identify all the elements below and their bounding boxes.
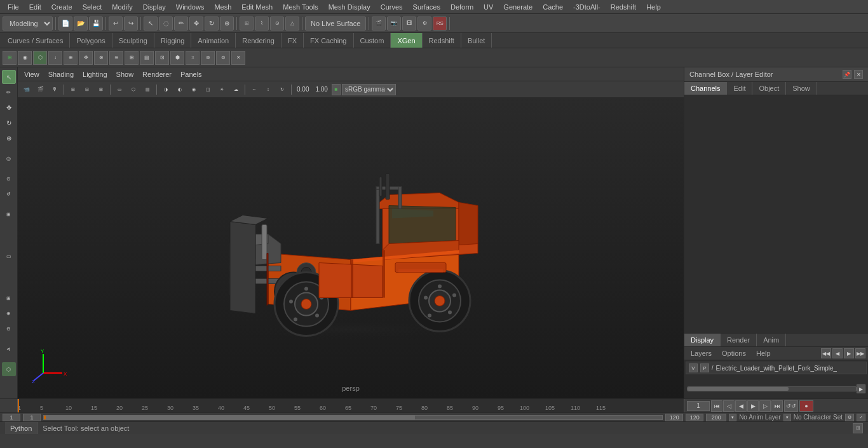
- play-btn[interactable]: ▶: [747, 400, 759, 412]
- menu-create[interactable]: Create: [46, 2, 78, 12]
- vp-camera-btn[interactable]: 📹: [20, 83, 33, 96]
- layer-visibility[interactable]: V: [689, 363, 698, 372]
- channels-tab[interactable]: Channels: [684, 82, 727, 95]
- xgen-icon-16[interactable]: ✕: [231, 51, 245, 65]
- render-layer-tab[interactable]: Render: [721, 334, 757, 346]
- xgen-icon-2[interactable]: ◉: [18, 51, 32, 65]
- char-set-arrow[interactable]: ▾: [783, 414, 791, 421]
- xgen-icon-1[interactable]: ⊞: [3, 51, 17, 65]
- show-tab[interactable]: Show: [786, 82, 817, 95]
- open-file-btn[interactable]: 📂: [74, 17, 88, 31]
- select-tool-left[interactable]: ↖: [2, 70, 16, 84]
- menu-generate[interactable]: Generate: [498, 2, 538, 12]
- char-set-btn-2[interactable]: ✓: [857, 414, 865, 421]
- redshift-btn[interactable]: RS: [433, 17, 447, 31]
- move-tool-left[interactable]: ✥: [2, 100, 16, 114]
- anim-end-input[interactable]: 120: [686, 414, 703, 421]
- render-settings-btn[interactable]: ⚙: [417, 17, 431, 31]
- snap-point-btn[interactable]: ⊙: [270, 17, 284, 31]
- menu-mesh-tools[interactable]: Mesh Tools: [278, 2, 323, 12]
- vp-mic-btn[interactable]: 🎙: [48, 83, 61, 96]
- menu-modify[interactable]: Modify: [107, 2, 137, 12]
- current-frame-input[interactable]: [687, 401, 710, 411]
- vp-menu-show[interactable]: Show: [112, 69, 138, 79]
- xgen-icon-6[interactable]: ✥: [79, 51, 93, 65]
- menu-surfaces[interactable]: Surfaces: [408, 2, 445, 12]
- vp-menu-view[interactable]: View: [20, 69, 43, 79]
- xgen-icon-8[interactable]: ≋: [109, 51, 123, 65]
- xgen-icon-9[interactable]: ⊞: [125, 51, 139, 65]
- menu-edit[interactable]: Edit: [24, 2, 46, 12]
- timeline-ruler[interactable]: 1 5 10 15 20 25 30 35 40 45 50 55 60 65 …: [18, 399, 684, 412]
- layer-playback[interactable]: P: [700, 363, 709, 372]
- plus-left[interactable]: ⊕: [2, 306, 16, 320]
- menu-deform[interactable]: Deform: [445, 2, 478, 12]
- vp-shading2[interactable]: ◐: [173, 83, 186, 96]
- menu-help[interactable]: Help: [641, 2, 666, 12]
- vp-menu-renderer[interactable]: Renderer: [139, 69, 175, 79]
- mode-tab-custom[interactable]: Custom: [354, 33, 391, 48]
- menu-uv[interactable]: UV: [478, 2, 498, 12]
- range-end-input[interactable]: 120: [665, 414, 683, 421]
- vp-shading4[interactable]: ◫: [201, 83, 214, 96]
- layer-nav-1[interactable]: ◀◀: [821, 348, 831, 358]
- xgen-icon-4[interactable]: ↓: [48, 51, 62, 65]
- menu-cache[interactable]: Cache: [538, 2, 568, 12]
- object-tab[interactable]: Object: [752, 82, 786, 95]
- select-tool-btn[interactable]: ↖: [144, 17, 158, 31]
- mode-tab-xgen[interactable]: XGen: [391, 33, 422, 48]
- vp-res3[interactable]: ↻: [276, 83, 288, 96]
- menu-3dto[interactable]: -3DtoAll-: [568, 2, 606, 12]
- mode-tab-rigging[interactable]: Rigging: [154, 33, 191, 48]
- menu-mesh[interactable]: Mesh: [209, 2, 236, 12]
- status-expand-btn[interactable]: ⊞: [853, 423, 863, 433]
- vp-lighting1[interactable]: ☀: [215, 83, 228, 96]
- xgen-bottom-left[interactable]: ⬡: [2, 362, 16, 376]
- loop-btn[interactable]: ↺↺: [784, 400, 798, 412]
- vp-shadow1[interactable]: ☁: [229, 83, 242, 96]
- show-manip-left[interactable]: ⊙: [2, 172, 16, 186]
- snap-surface-btn[interactable]: △: [285, 17, 299, 31]
- skip-to-start-btn[interactable]: ⏮: [711, 400, 722, 412]
- xgen-icon-12[interactable]: ⬢: [170, 51, 184, 65]
- render-current-btn[interactable]: 🎬: [372, 17, 386, 31]
- xgen-icon-10[interactable]: ▤: [140, 51, 154, 65]
- xgen-icon-15[interactable]: ⊜: [216, 51, 230, 65]
- menu-curves[interactable]: Curves: [376, 2, 408, 12]
- mode-tab-bullet[interactable]: Bullet: [461, 33, 492, 48]
- layer-row-1[interactable]: V P / Electric_Loader_with_Pallet_Fork_S…: [686, 362, 867, 374]
- mode-tab-fx[interactable]: FX: [281, 33, 304, 48]
- vp-shading3[interactable]: ◉: [187, 83, 200, 96]
- menu-mesh-display[interactable]: Mesh Display: [323, 2, 376, 12]
- xgen-icon-7[interactable]: ⊗: [94, 51, 108, 65]
- channel-box-pin[interactable]: 📌: [843, 70, 851, 79]
- workspace-dropdown[interactable]: Modeling: [3, 17, 53, 31]
- rotate-tool-left[interactable]: ↻: [2, 116, 16, 130]
- minus-left[interactable]: ⊖: [2, 322, 16, 336]
- snap-curve-btn[interactable]: ⌇: [255, 17, 269, 31]
- vp-sel1[interactable]: ⊞: [67, 83, 79, 96]
- snap-grid-left[interactable]: ⊞: [2, 207, 16, 221]
- options-subtab[interactable]: Options: [718, 348, 750, 358]
- menu-windows[interactable]: Windows: [171, 2, 210, 12]
- rect-select-left[interactable]: ▭: [2, 249, 16, 263]
- menu-display[interactable]: Display: [138, 2, 171, 12]
- ipr-render-btn[interactable]: 📷: [387, 17, 401, 31]
- new-file-btn[interactable]: 📄: [58, 17, 72, 31]
- soft-select-left[interactable]: ◎: [2, 151, 16, 165]
- vp-display1[interactable]: ▭: [113, 83, 126, 96]
- xgen-icon-11[interactable]: ⊡: [155, 51, 169, 65]
- vp-res2[interactable]: ↕: [262, 83, 275, 96]
- play-back-btn[interactable]: ◀: [735, 400, 747, 412]
- viewport-canvas[interactable]: X Y Z persp: [18, 98, 684, 398]
- xgen-icon-5[interactable]: ⊕: [64, 51, 78, 65]
- vp-menu-panels[interactable]: Panels: [177, 69, 206, 79]
- mode-tab-rendering[interactable]: Rendering: [236, 33, 281, 48]
- frame-current-input[interactable]: 1: [23, 414, 41, 421]
- help-subtab[interactable]: Help: [752, 348, 775, 358]
- anim-layer-arrow[interactable]: ▾: [729, 414, 736, 421]
- layer-nav-3[interactable]: ▶: [844, 348, 854, 358]
- display-layer-tab[interactable]: Display: [684, 334, 721, 346]
- auto-key-btn[interactable]: ●: [799, 400, 813, 412]
- menu-file[interactable]: File: [3, 2, 24, 12]
